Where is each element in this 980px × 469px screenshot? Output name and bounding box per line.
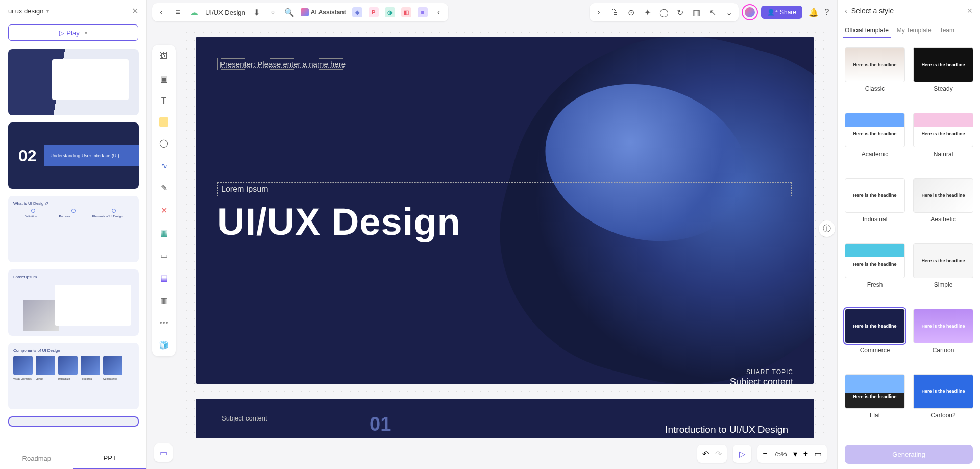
tag-icon[interactable]: ⌖: [268, 7, 278, 17]
present-button[interactable]: ▷: [733, 445, 751, 463]
app-chip[interactable]: ≡: [418, 7, 428, 17]
close-icon[interactable]: ✕: [967, 7, 973, 15]
fit-icon[interactable]: ▭: [814, 449, 822, 459]
tab-ppt[interactable]: PPT: [74, 448, 147, 469]
chevron-down-icon[interactable]: ▾: [793, 449, 797, 459]
bell-icon[interactable]: 🔔: [808, 7, 819, 17]
zoom-value[interactable]: 75%: [774, 450, 787, 458]
undo-icon[interactable]: ↶: [702, 449, 709, 459]
tab-official-template[interactable]: Official template: [843, 23, 891, 38]
info-button[interactable]: ⓘ: [819, 220, 835, 237]
chevron-down-icon[interactable]: ⌄: [724, 7, 734, 17]
chevron-right-icon[interactable]: ›: [594, 7, 604, 17]
menu-icon[interactable]: ≡: [173, 7, 183, 17]
style-label: Flat: [870, 412, 880, 419]
style-item-academic[interactable]: Here is the headline Academic: [845, 113, 905, 171]
chevron-down-icon: ▾: [85, 30, 87, 36]
app-chip[interactable]: ◧: [401, 7, 411, 17]
tab-roadmap[interactable]: Roadmap: [0, 448, 74, 469]
thumb-slide[interactable]: [8, 49, 139, 115]
app-chip[interactable]: ◑: [385, 7, 395, 17]
play-button[interactable]: ▷ Play ▾: [8, 24, 138, 41]
style-item-steady[interactable]: Here is the headline Steady: [913, 47, 973, 106]
chart-icon[interactable]: ▥: [692, 7, 702, 17]
style-item-flat[interactable]: Here is the headline Flat: [845, 374, 905, 432]
canvas-area[interactable]: Presenter: Please enter a name here Lore…: [183, 29, 827, 438]
thumb-slide-selected[interactable]: [8, 416, 139, 427]
style-label: Steady: [934, 85, 952, 92]
history-icon[interactable]: ↻: [675, 7, 685, 17]
tab-team[interactable]: Team: [938, 23, 957, 38]
layout-icon[interactable]: ▤: [158, 271, 170, 284]
share-topic-block[interactable]: SHARE TOPIC Subject content: [730, 368, 793, 384]
zoom-out-icon[interactable]: −: [763, 449, 767, 458]
back-icon[interactable]: ‹: [156, 7, 166, 17]
style-item-natural[interactable]: Here is the headline Natural: [913, 113, 973, 171]
search-icon[interactable]: 🔍: [284, 7, 295, 17]
slide-title[interactable]: Presenter: Please enter a name here Lore…: [196, 37, 814, 384]
style-item-classic[interactable]: Here is the headline Classic: [845, 47, 905, 106]
subtitle-field[interactable]: Lorem ipsum: [217, 182, 792, 196]
back-icon[interactable]: ‹: [845, 7, 847, 15]
thumb-slide[interactable]: Components of UI Design Visual Elements …: [8, 343, 139, 409]
thumb-title: What is UI Design?: [13, 201, 134, 206]
style-item-fresh[interactable]: Here is the headline Fresh: [845, 243, 905, 302]
presenter-field[interactable]: Presenter: Please enter a name here: [217, 58, 348, 70]
media-icon[interactable]: 🖼: [158, 50, 170, 62]
comment-icon[interactable]: ◯: [659, 7, 669, 17]
redo-icon[interactable]: ↷: [715, 449, 722, 459]
help-icon[interactable]: ?: [822, 7, 832, 17]
brush-icon[interactable]: ✎: [158, 182, 170, 194]
style-item-industrial[interactable]: Here is the headline Industrial: [845, 178, 905, 236]
shape-icon[interactable]: ◯: [158, 137, 170, 149]
spark-icon[interactable]: ✦: [643, 7, 653, 17]
ai-assistant-button[interactable]: AI Assistant: [301, 8, 346, 16]
record-icon[interactable]: ⊙: [626, 7, 636, 17]
style-card-text: Here is the headline: [853, 324, 896, 329]
tab-my-template[interactable]: My Template: [895, 23, 934, 38]
app-icon[interactable]: 🧊: [158, 339, 170, 351]
share-button[interactable]: 👤⁺ Share: [761, 6, 802, 19]
chevron-left-icon[interactable]: ‹: [434, 7, 444, 17]
crop-icon[interactable]: ▣: [158, 72, 170, 85]
cloud-icon[interactable]: ☁: [189, 7, 199, 17]
app-chip-p[interactable]: P: [369, 7, 379, 17]
contents-row[interactable]: 01 Introduction to UI/UX Design: [370, 409, 788, 438]
play-label: Play: [66, 29, 79, 37]
mouse-icon[interactable]: 🖱: [610, 7, 620, 17]
close-icon[interactable]: ✕: [132, 6, 138, 16]
slide-contents[interactable]: Subject content Contents 01 Introduction…: [196, 399, 814, 438]
main-title[interactable]: UI/UX Design: [217, 200, 461, 243]
zoom-in-icon[interactable]: +: [803, 449, 808, 458]
download-icon[interactable]: ⬇: [252, 7, 262, 17]
cross-icon[interactable]: ✕: [158, 204, 170, 216]
more-icon[interactable]: [158, 316, 170, 329]
thumb-slide[interactable]: 02 Understanding User Interface (UI): [8, 122, 139, 189]
style-item-commerce[interactable]: Here is the headline Commerce: [845, 309, 905, 367]
curve-icon[interactable]: ∿: [158, 159, 170, 171]
vertical-toolbar: 🖼 ▣ T ◯ ∿ ✎ ✕ ▦ ▭ ▤ ▥ 🧊: [152, 45, 176, 356]
avatar-ring[interactable]: [742, 4, 758, 20]
text-block-icon[interactable]: ▭: [158, 249, 170, 261]
style-grid: Here is the headline Classic Here is the…: [838, 40, 980, 439]
text-icon[interactable]: T: [158, 95, 170, 107]
list-icon[interactable]: ▥: [158, 294, 170, 306]
project-name-row[interactable]: ui ux design ▾ ✕: [0, 0, 146, 21]
style-item-cartoon2[interactable]: Here is the headline Cartoon2: [913, 374, 973, 432]
pointer-icon[interactable]: ↖: [708, 7, 718, 17]
project-name: ui ux design: [8, 7, 43, 15]
style-item-aesthetic[interactable]: Here is the headline Aesthetic: [913, 178, 973, 236]
thumb-label: Lorem ipsum: [13, 275, 134, 279]
style-item-simple[interactable]: Here is the headline Simple: [913, 243, 973, 302]
thumb-slide[interactable]: What is UI Design? Definition Purpose El…: [8, 196, 139, 262]
style-label: Commerce: [860, 347, 890, 354]
thumb-slide[interactable]: Lorem ipsum: [8, 269, 139, 336]
app-chip[interactable]: ◆: [352, 7, 362, 17]
table-icon[interactable]: ▦: [158, 227, 170, 239]
generating-button[interactable]: Generating: [845, 445, 973, 464]
presenter-mode-button[interactable]: ▭: [154, 443, 173, 462]
style-item-cartoon[interactable]: Here is the headline Cartoon: [913, 309, 973, 367]
thumb-col: Consistency: [103, 377, 122, 380]
toolbar-group-left: ‹ ≡ ☁ UI/UX Design ⬇ ⌖ 🔍 AI Assistant ◆ …: [152, 3, 448, 21]
note-icon[interactable]: [159, 117, 168, 127]
